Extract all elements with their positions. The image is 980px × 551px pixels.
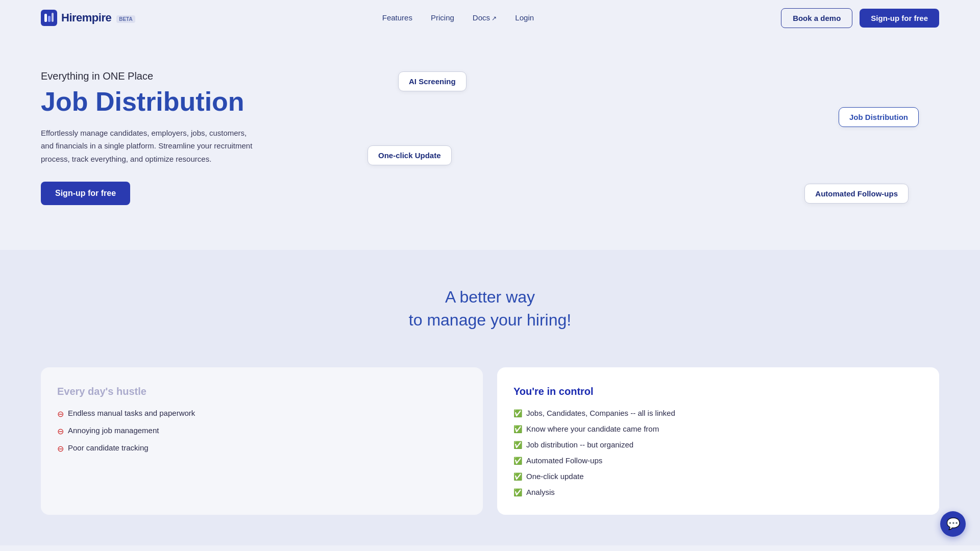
control-card: You're in control ✅ Jobs, Candidates, Co…: [497, 367, 939, 515]
yes-icon-2: ✅: [513, 425, 522, 433]
book-demo-button[interactable]: Book a demo: [781, 8, 852, 28]
hero-left: Everything in ONE Place Job Distribution…: [41, 70, 337, 206]
control-item-6: ✅ Analysis: [513, 488, 923, 496]
control-list: ✅ Jobs, Candidates, Companies -- all is …: [513, 409, 923, 496]
yes-icon-5: ✅: [513, 472, 522, 481]
nav-pricing[interactable]: Pricing: [431, 13, 454, 22]
signup-hero-button[interactable]: Sign-up for free: [41, 182, 130, 205]
nav-login[interactable]: Login: [515, 13, 534, 22]
hero-title: Job Distribution: [41, 87, 337, 116]
badge-automated-followups: Automated Follow-ups: [804, 184, 909, 204]
hero-right: AI Screening Job Distribution One-click …: [337, 66, 939, 209]
hero-description: Effortlessly manage candidates, employer…: [41, 127, 255, 166]
hustle-item-1: ⊖ Endless manual tasks and paperwork: [57, 409, 467, 419]
hustle-item-3: ⊖ Poor candidate tracking: [57, 443, 467, 454]
navbar: HirempireBETA Features Pricing Docs Logi…: [0, 0, 980, 36]
badge-ai-screening: AI Screening: [398, 71, 467, 91]
hustle-list: ⊖ Endless manual tasks and paperwork ⊖ A…: [57, 409, 467, 454]
hustle-card: Every day's hustle ⊖ Endless manual task…: [41, 367, 483, 515]
badge-one-click-update: One-click Update: [368, 145, 452, 165]
logo-icon: [41, 10, 57, 26]
svg-rect-2: [48, 16, 51, 22]
control-item-5: ✅ One-click update: [513, 472, 923, 481]
nav-actions: Book a demo Sign-up for free: [781, 8, 939, 28]
yes-icon-4: ✅: [513, 457, 522, 465]
logo-text: Hirempire: [61, 11, 111, 24]
hustle-card-title: Every day's hustle: [57, 386, 467, 397]
control-card-title: You're in control: [513, 386, 923, 397]
logo-beta: BETA: [116, 15, 135, 23]
nav-links: Features Pricing Docs Login: [382, 13, 534, 22]
control-item-3: ✅ Job distribution -- but organized: [513, 440, 923, 449]
chat-icon: 💬: [946, 517, 960, 531]
hero-section: Everything in ONE Place Job Distribution…: [0, 36, 980, 250]
no-icon-1: ⊖: [57, 409, 64, 419]
logo[interactable]: HirempireBETA: [41, 10, 135, 26]
control-item-4: ✅ Automated Follow-ups: [513, 456, 923, 465]
better-section: A better way to manage your hiring!: [0, 250, 980, 367]
comparison-cards: Every day's hustle ⊖ Endless manual task…: [0, 367, 980, 545]
no-icon-3: ⊖: [57, 444, 64, 454]
control-item-2: ✅ Know where your candidate came from: [513, 424, 923, 433]
better-title: A better way to manage your hiring!: [41, 286, 939, 332]
nav-features[interactable]: Features: [382, 13, 412, 22]
hustle-item-2: ⊖ Annoying job management: [57, 426, 467, 436]
badge-job-distribution: Job Distribution: [839, 107, 919, 127]
yes-icon-6: ✅: [513, 488, 522, 496]
nav-docs[interactable]: Docs: [473, 13, 497, 22]
chat-widget[interactable]: 💬: [940, 511, 966, 537]
no-icon-2: ⊖: [57, 427, 64, 436]
yes-icon-3: ✅: [513, 441, 522, 449]
yes-icon-1: ✅: [513, 409, 522, 417]
svg-rect-1: [44, 14, 47, 22]
svg-rect-3: [52, 13, 54, 22]
control-item-1: ✅ Jobs, Candidates, Companies -- all is …: [513, 409, 923, 417]
signup-nav-button[interactable]: Sign-up for free: [860, 9, 939, 28]
hero-eyebrow: Everything in ONE Place: [41, 70, 337, 82]
